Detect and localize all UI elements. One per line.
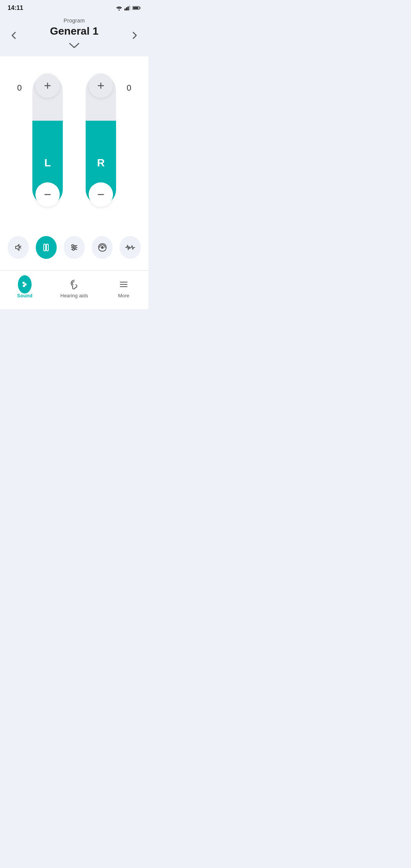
- left-slider-wrapper: 0 L: [32, 75, 63, 205]
- right-slider-label: R: [97, 157, 105, 169]
- svg-point-22: [23, 285, 25, 287]
- sound-nav-label: Sound: [17, 293, 32, 298]
- svg-point-20: [23, 282, 24, 284]
- right-volume-decrease-button[interactable]: [89, 182, 113, 207]
- svg-rect-9: [46, 244, 48, 251]
- left-slider-value: 0: [17, 83, 22, 93]
- nav-item-sound[interactable]: Sound: [0, 274, 49, 302]
- nav-item-hearing-aids[interactable]: Hearing aids: [49, 274, 99, 302]
- hearing-aids-nav-icon: [67, 278, 81, 291]
- status-bar: 14:11: [0, 0, 148, 14]
- waveform-button[interactable]: [119, 236, 141, 259]
- signal-icon: [124, 5, 131, 11]
- sliders-container: 0 L: [8, 68, 141, 228]
- program-name: General 1: [50, 25, 99, 37]
- status-icons: [116, 5, 141, 11]
- prev-program-button[interactable]: [6, 28, 21, 43]
- surround-button[interactable]: [92, 236, 113, 259]
- equalizer-button[interactable]: [64, 236, 85, 259]
- more-nav-icon: [117, 278, 131, 291]
- bottom-nav: Sound Hearing aids More: [0, 270, 148, 309]
- battery-icon: [132, 5, 141, 11]
- svg-rect-7: [133, 7, 139, 9]
- hearing-aids-nav-label: Hearing aids: [61, 293, 88, 298]
- svg-point-16: [101, 247, 103, 249]
- wifi-icon: [116, 5, 123, 11]
- right-slider-value: 0: [127, 83, 131, 93]
- svg-rect-4: [129, 6, 130, 11]
- left-slider-label: L: [44, 157, 51, 169]
- next-program-button[interactable]: [127, 28, 142, 43]
- svg-point-14: [74, 247, 76, 249]
- mute-button[interactable]: [8, 236, 29, 259]
- left-volume-increase-button[interactable]: [35, 73, 60, 98]
- left-volume-decrease-button[interactable]: [35, 182, 60, 207]
- right-slider-wrapper: 0 R: [86, 75, 116, 205]
- more-nav-label: More: [118, 293, 129, 298]
- svg-point-21: [25, 284, 26, 285]
- svg-rect-2: [126, 7, 127, 10]
- sound-nav-icon: [18, 278, 32, 291]
- nav-item-more[interactable]: More: [99, 274, 148, 302]
- volume-balance-button[interactable]: [36, 236, 57, 259]
- quick-actions: [8, 228, 141, 263]
- svg-point-13: [72, 245, 74, 247]
- status-time: 14:11: [8, 5, 23, 11]
- right-volume-increase-button[interactable]: [89, 73, 113, 98]
- svg-point-0: [119, 10, 120, 11]
- header: Program General 1: [0, 14, 148, 56]
- svg-rect-1: [124, 9, 126, 11]
- svg-rect-8: [44, 244, 46, 251]
- svg-rect-3: [127, 6, 129, 10]
- svg-point-15: [73, 249, 75, 251]
- program-label: Program: [64, 18, 85, 24]
- main-content: 0 L: [0, 56, 148, 270]
- svg-rect-6: [140, 7, 140, 8]
- expand-button[interactable]: [69, 43, 80, 50]
